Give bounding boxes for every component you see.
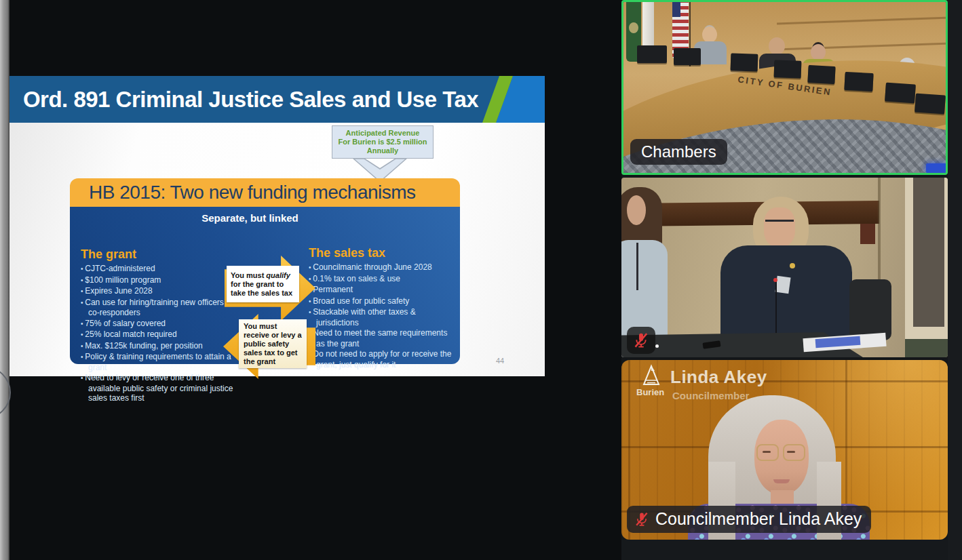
microphone [775, 281, 777, 335]
sales-tax-bullet: Councilmanic through June 2028 [309, 262, 457, 273]
bottom-gutter [621, 540, 948, 560]
grant-column: The grant CJTC-administered $100 million… [81, 247, 244, 404]
grant-bullet: 75% of salary covered [81, 319, 244, 329]
sales-tax-bullet: Stackable with other taxes & jurisdictio… [309, 307, 457, 327]
monitor [807, 65, 835, 84]
grant-heading: The grant [81, 247, 244, 262]
participant-name: Councilmember Linda Akey [655, 509, 862, 529]
eye [787, 451, 795, 453]
sales-tax-heading: The sales tax [309, 246, 457, 260]
hb2015-body: Separate, but linked The grant CJTC-admi… [70, 207, 460, 364]
monitor [885, 82, 916, 103]
burien-logo-text: Burien [636, 387, 664, 397]
monitor [674, 48, 701, 65]
monitor [915, 93, 946, 114]
chair [849, 279, 891, 340]
callout-line: Annually [367, 146, 398, 155]
hb2015-subtitle: Separate, but linked [55, 212, 445, 224]
door [913, 178, 944, 327]
mic-muted-icon [634, 511, 650, 527]
akey-overlay-title: Councilmember [672, 390, 749, 401]
slide-title-banner: Ord. 891 Criminal Justice Sales and Use … [9, 76, 545, 123]
grant-bullet: 25% local match required [81, 329, 244, 340]
floor [905, 339, 948, 357]
grant-bullet: Policy & training requirements to attain… [81, 352, 244, 372]
receive-callout-text: You must receive or levy a public safety… [244, 322, 302, 366]
hb2015-card: HB 2015: Two new funding mechanisms Sepa… [70, 178, 460, 364]
anticipated-revenue-callout: Anticipated Revenue For Burien is $2.5 m… [332, 125, 434, 159]
grant-bullet: Expires June 2028 [81, 286, 244, 297]
monitor [844, 72, 873, 92]
muted-indicator [627, 327, 655, 354]
monitor [637, 45, 667, 63]
screen-share-area: Ord. 891 Criminal Justice Sales and Use … [9, 0, 621, 560]
sales-tax-bullet: Do not need to apply for or receive the … [309, 349, 457, 369]
sales-tax-bullet: 0.1% tax on sales & use [309, 274, 457, 285]
hb2015-title: HB 2015: Two new funding mechanisms [89, 182, 416, 203]
mouth [773, 479, 790, 483]
microphone-light [773, 278, 777, 282]
mic-muted-icon [632, 332, 650, 349]
eye [763, 451, 771, 453]
sales-tax-bullet: Permanent [309, 285, 457, 296]
monitor [774, 60, 802, 78]
video-tile-staff[interactable] [621, 178, 948, 357]
sales-tax-column: The sales tax Councilmanic through June … [309, 246, 457, 370]
burien-logo-icon [639, 364, 663, 388]
sales-tax-bullet: Broad use for public safety [309, 296, 457, 307]
participant-name-label: Councilmember Linda Akey [627, 506, 871, 533]
laptop-screen [926, 163, 946, 173]
akey-overlay-name: Linda Akey [670, 367, 767, 388]
video-tile-chambers[interactable]: CITY OF BURIEN Chambers [621, 0, 948, 175]
callout-line: For Burien is $2.5 million [339, 138, 427, 146]
receive-callout-box: You must receive or levy a public safety… [239, 319, 307, 368]
qualify-callout-box: You must qualify for the grant to take t… [227, 266, 299, 302]
grant-bullet: Need to levy or receive one of three ava… [81, 373, 244, 403]
monitor [731, 53, 758, 71]
callout-line: Anticipated Revenue [346, 129, 420, 138]
slide-title: Ord. 891 Criminal Justice Sales and Use … [9, 76, 492, 123]
participant-name: Chambers [641, 142, 716, 161]
grant-bullet: CJTC-administered [81, 264, 244, 275]
participant-name-label: Chambers [630, 139, 727, 165]
grant-bullet: $100 million program [81, 275, 244, 286]
sales-tax-bullet: Need to meet the same requirements as th… [309, 328, 457, 348]
wall-plaque [860, 224, 875, 244]
meeting-window: Ord. 891 Criminal Justice Sales and Use … [0, 0, 962, 560]
window-edge-scrollbar[interactable] [0, 0, 9, 560]
video-tile-linda-akey[interactable]: Burien Linda Akey Councilmember Councilm… [621, 360, 948, 540]
hb2015-header: HB 2015: Two new funding mechanisms [70, 178, 460, 207]
right-gutter [948, 0, 962, 560]
slide-page-number: 44 [496, 357, 504, 365]
slide-body: Anticipated Revenue For Burien is $2.5 m… [9, 123, 545, 376]
grant-bullet: Max. $125k funding, per position [81, 341, 244, 352]
qualify-callout-text: You must qualify for the grant to take t… [231, 271, 295, 298]
grant-bullet: Can use for hiring/training new officers… [81, 298, 244, 318]
participant-name [655, 344, 659, 348]
